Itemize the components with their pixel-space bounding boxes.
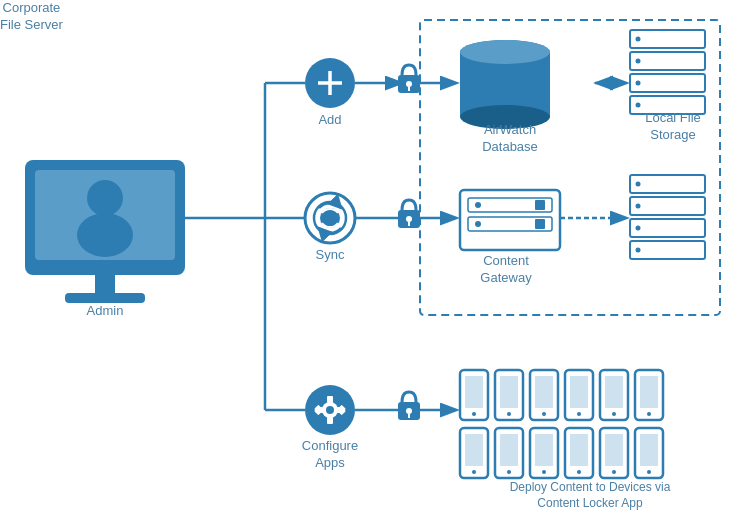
svg-rect-71 xyxy=(535,434,553,466)
svg-rect-8 xyxy=(327,396,333,403)
svg-point-57 xyxy=(577,412,581,416)
svg-rect-53 xyxy=(535,376,553,408)
airwatch-db-label: AirWatch Database xyxy=(465,122,555,156)
svg-rect-59 xyxy=(605,376,623,408)
admin-label: Admin xyxy=(50,303,160,320)
svg-point-29 xyxy=(636,81,641,86)
svg-rect-56 xyxy=(570,376,588,408)
svg-point-72 xyxy=(542,470,546,474)
svg-rect-25 xyxy=(630,74,705,92)
svg-point-28 xyxy=(636,59,641,64)
svg-rect-9 xyxy=(327,417,333,424)
svg-rect-80 xyxy=(640,434,658,466)
svg-rect-40 xyxy=(630,219,705,237)
svg-point-81 xyxy=(647,470,651,474)
svg-point-34 xyxy=(475,202,481,208)
local-file-storage xyxy=(630,30,705,114)
svg-point-35 xyxy=(475,221,481,227)
svg-point-45 xyxy=(636,248,641,253)
deploy-content-label: Deploy Content to Devices via Content Lo… xyxy=(490,480,690,511)
diagram-container: Admin Add Sync Configure Apps AirWatch D… xyxy=(0,0,746,526)
svg-rect-47 xyxy=(465,376,483,408)
sync-arrow-top xyxy=(319,203,341,208)
svg-point-48 xyxy=(472,412,476,416)
configure-apps-label: Configure Apps xyxy=(295,438,365,472)
svg-point-60 xyxy=(612,412,616,416)
svg-rect-77 xyxy=(605,434,623,466)
svg-point-1 xyxy=(406,81,412,87)
svg-rect-74 xyxy=(570,434,588,466)
svg-point-22 xyxy=(460,40,550,64)
corporate-file-server-label: CorporateFile Server xyxy=(0,0,63,34)
svg-rect-23 xyxy=(630,30,705,48)
svg-point-17 xyxy=(406,408,412,414)
monitor-base xyxy=(65,293,145,303)
svg-rect-62 xyxy=(640,376,658,408)
svg-point-43 xyxy=(636,204,641,209)
svg-point-4 xyxy=(406,216,412,222)
svg-rect-37 xyxy=(535,219,545,229)
svg-rect-38 xyxy=(630,175,705,193)
person-head xyxy=(87,180,123,216)
content-gateway-label: Content Gateway xyxy=(456,253,556,287)
sync-label: Sync xyxy=(305,247,355,264)
svg-rect-36 xyxy=(535,200,545,210)
svg-point-78 xyxy=(612,470,616,474)
svg-point-63 xyxy=(647,412,651,416)
local-file-storage-label: Local File Storage xyxy=(628,110,718,144)
svg-rect-41 xyxy=(630,241,705,259)
content-gateway xyxy=(460,190,560,250)
lock-icon-1 xyxy=(398,65,420,93)
airwatch-database xyxy=(460,40,550,129)
svg-rect-50 xyxy=(500,376,518,408)
diagram-svg xyxy=(0,0,746,526)
lock-icon-2 xyxy=(398,200,420,228)
svg-point-51 xyxy=(507,412,511,416)
mobile-devices-row2 xyxy=(460,428,663,478)
add-label: Add xyxy=(305,112,355,129)
svg-rect-39 xyxy=(630,197,705,215)
svg-point-44 xyxy=(636,226,641,231)
svg-point-66 xyxy=(472,470,476,474)
mobile-devices-row1 xyxy=(460,370,663,420)
sync-arrow-bottom xyxy=(319,228,341,233)
person-body xyxy=(77,213,133,257)
svg-point-30 xyxy=(636,103,641,108)
svg-point-27 xyxy=(636,37,641,42)
svg-rect-65 xyxy=(465,434,483,466)
svg-point-7 xyxy=(326,406,334,414)
corporate-file-server xyxy=(630,175,705,259)
lock-icon-3 xyxy=(398,392,420,420)
svg-point-69 xyxy=(507,470,511,474)
svg-point-54 xyxy=(542,412,546,416)
svg-point-75 xyxy=(577,470,581,474)
svg-rect-24 xyxy=(630,52,705,70)
svg-point-42 xyxy=(636,182,641,187)
monitor-stand-neck xyxy=(95,275,115,295)
svg-rect-68 xyxy=(500,434,518,466)
